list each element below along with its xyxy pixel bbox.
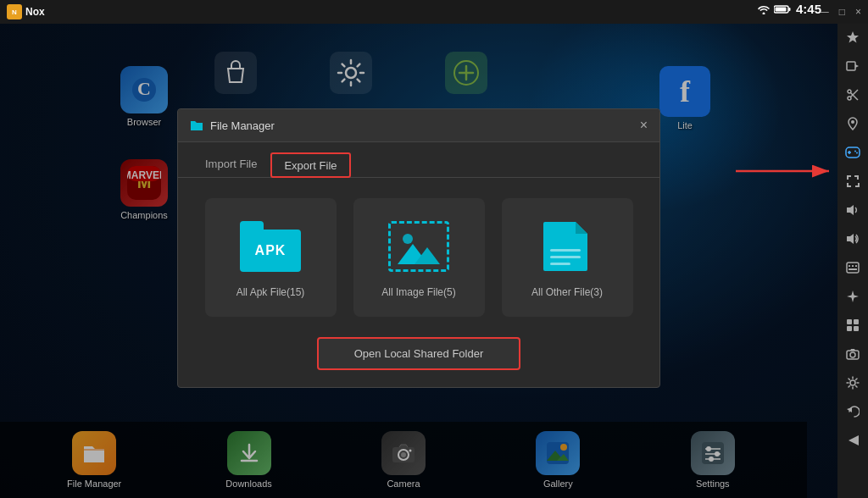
svg-marker-49	[847, 234, 854, 244]
file-manager-modal: File Manager × Import File Export File	[177, 108, 660, 388]
svg-rect-53	[855, 265, 857, 267]
other-file-shape	[542, 220, 593, 273]
sidebar-location-btn[interactable]	[839, 110, 866, 137]
tab-import[interactable]: Import File	[192, 152, 270, 177]
app-logo: N Nox	[7, 4, 45, 19]
file-type-grid: APK All Apk File(15)	[195, 198, 643, 317]
svg-rect-1	[775, 7, 786, 11]
svg-rect-36	[847, 62, 855, 70]
sidebar-scissors-btn[interactable]	[839, 81, 866, 108]
svg-point-39	[848, 97, 851, 100]
sparkle-icon	[846, 290, 860, 303]
sidebar-star-btn[interactable]	[839, 24, 866, 51]
modal-close-btn[interactable]: ×	[640, 118, 648, 133]
svg-rect-57	[847, 326, 852, 331]
sidebar-keyboard-btn[interactable]	[839, 254, 866, 281]
status-icons	[757, 4, 791, 14]
svg-rect-18	[550, 256, 581, 258]
keyboard-icon	[846, 262, 860, 274]
sidebar-back-btn[interactable]	[839, 427, 866, 454]
apk-label: All Apk File(15)	[236, 286, 305, 298]
other-file-svg	[542, 220, 593, 273]
nox-icon: N	[7, 4, 22, 19]
right-sidebar	[837, 0, 868, 498]
svg-rect-51	[849, 265, 850, 267]
svg-marker-35	[847, 31, 859, 43]
tab-export[interactable]: Export File	[270, 152, 350, 178]
grid-icon	[846, 318, 860, 332]
sidebar-record-btn[interactable]	[839, 53, 866, 80]
apk-icon: APK	[236, 217, 304, 276]
sidebar-cam-btn[interactable]	[839, 340, 866, 368]
svg-rect-17	[550, 249, 581, 252]
wifi-icon	[757, 4, 771, 14]
sidebar-vol-down-btn[interactable]	[839, 196, 866, 224]
star-icon	[846, 30, 860, 44]
svg-rect-52	[852, 265, 854, 267]
undo-icon	[846, 405, 860, 418]
battery-icon	[774, 4, 791, 14]
svg-marker-63	[849, 435, 859, 445]
svg-point-14	[403, 234, 413, 244]
svg-rect-58	[854, 326, 859, 331]
sidebar-expand-btn[interactable]	[839, 168, 866, 195]
modal-title: File Manager	[210, 119, 275, 132]
svg-point-42	[851, 120, 854, 124]
modal-body: APK All Apk File(15)	[178, 178, 659, 387]
sidebar-vol-up-btn[interactable]	[839, 225, 866, 252]
svg-rect-54	[849, 268, 857, 270]
main-area: C Browser M MARVEL Champions f Lite	[0, 24, 837, 498]
controller-icon	[845, 147, 860, 158]
screen-time: 4:45	[757, 2, 821, 16]
svg-point-61	[850, 380, 855, 385]
svg-point-47	[856, 152, 858, 154]
image-svg	[398, 229, 440, 264]
app-title: Nox	[25, 6, 45, 18]
volume-up-icon	[846, 232, 860, 246]
maximize-btn[interactable]: □	[839, 6, 845, 18]
svg-point-38	[848, 90, 851, 93]
red-arrow-svg	[736, 161, 837, 181]
settings-small-icon	[846, 376, 860, 390]
titlebar: N Nox — □ ×	[0, 0, 868, 24]
other-icon	[533, 217, 601, 276]
modal-header: File Manager ×	[178, 109, 659, 142]
svg-rect-55	[847, 319, 852, 324]
sidebar-settings-btn[interactable]	[839, 369, 866, 396]
back-icon	[847, 434, 859, 447]
sidebar-undo-btn[interactable]	[839, 398, 866, 425]
other-label: All Other File(3)	[531, 286, 603, 298]
sidebar-sparkle-btn[interactable]	[839, 283, 866, 310]
svg-point-46	[854, 151, 856, 152]
svg-rect-2	[788, 8, 790, 11]
record-icon	[846, 59, 860, 73]
apk-file-card[interactable]: APK All Apk File(15)	[205, 198, 337, 317]
folder-icon	[190, 119, 203, 132]
expand-icon	[846, 174, 860, 188]
svg-rect-56	[854, 319, 859, 324]
close-btn[interactable]: ×	[855, 6, 861, 18]
modal-overlay: File Manager × Import File Export File	[0, 24, 837, 498]
camera-small-icon	[846, 348, 860, 360]
open-local-folder-btn[interactable]: Open Local Shared Folder	[317, 337, 520, 370]
window-controls: — □ ×	[819, 6, 861, 18]
apk-text: APK	[240, 230, 301, 272]
svg-marker-48	[847, 205, 854, 215]
image-file-card[interactable]: All Image File(5)	[353, 198, 485, 317]
other-file-card[interactable]: All Other File(3)	[502, 198, 633, 317]
sidebar-grid-btn[interactable]	[839, 312, 866, 339]
svg-point-60	[850, 352, 855, 357]
svg-rect-19	[550, 263, 570, 265]
location-icon	[846, 117, 860, 130]
scissors-icon	[846, 88, 860, 102]
sidebar-controller-btn[interactable]	[839, 139, 866, 166]
time-text: 4:45	[796, 2, 821, 16]
svg-rect-50	[847, 263, 859, 273]
volume-down-icon	[846, 203, 860, 217]
modal-tabs: Import File Export File	[178, 142, 659, 178]
svg-marker-37	[855, 64, 859, 68]
image-label: All Image File(5)	[381, 286, 455, 298]
modal-title-row: File Manager	[190, 119, 275, 132]
image-icon	[385, 217, 453, 276]
red-arrow	[736, 161, 837, 181]
